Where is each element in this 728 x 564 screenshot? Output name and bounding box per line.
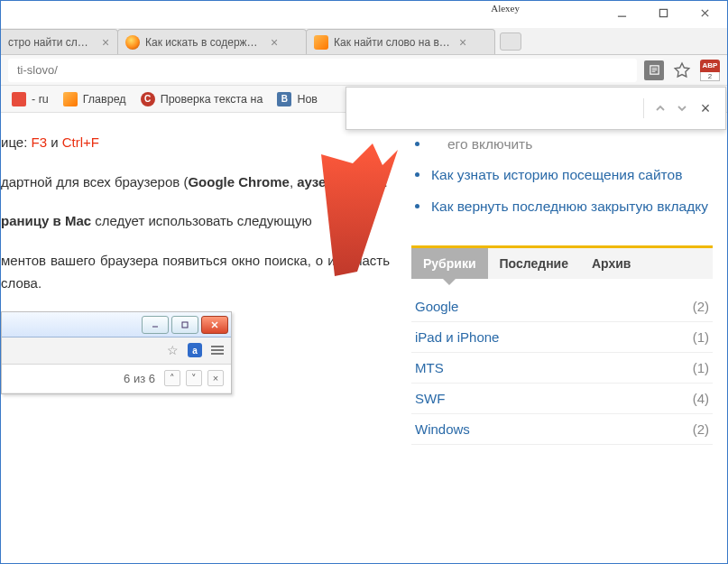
bookmark-star-icon[interactable] (673, 61, 691, 79)
mini-star-icon: ☆ (167, 343, 179, 357)
site-favicon (314, 35, 328, 50)
mini-window-titlebar (2, 312, 231, 337)
bookmark-favicon (63, 92, 78, 106)
tab-close-icon[interactable]: × (99, 36, 112, 49)
bookmark-label: - ru (32, 93, 49, 106)
article-main: ице: F3 и Ctrl+F дартной для всех браузе… (1, 113, 401, 563)
find-next-button[interactable] (671, 97, 693, 119)
url-text: ti-slovo/ (17, 63, 58, 77)
browser-tab[interactable]: стро найти сло… × (1, 29, 118, 54)
adblock-icon[interactable]: ABP 2 (700, 60, 720, 81)
window-titlebar: Alexey (1, 1, 727, 28)
category-count: (1) (693, 360, 709, 375)
category-link[interactable]: iPad и iPhone (415, 329, 499, 345)
sidebar-cut-text: его включить (411, 129, 713, 160)
bookmark-item[interactable]: - ru (6, 89, 54, 109)
related-link[interactable]: Как узнать историю посещения сайтов (431, 167, 682, 182)
reader-mode-icon[interactable] (644, 60, 664, 80)
tab-title: Как искать в содержи… (145, 36, 263, 49)
tab-title: стро найти сло… (8, 36, 94, 49)
mini-hamburger-icon (211, 346, 224, 355)
bookmark-favicon: C (141, 92, 155, 106)
sidebar: его включить Как узнать историю посещени… (401, 113, 727, 563)
category-item: iPad и iPhone(1) (411, 322, 713, 353)
category-link[interactable]: MTS (415, 360, 444, 375)
bookmark-favicon (12, 92, 26, 106)
category-count: (2) (693, 299, 709, 314)
browser-tab[interactable]: Как найти слово на ве… × (306, 29, 495, 54)
category-link[interactable]: Windows (415, 421, 470, 437)
mini-find-next-icon: ˅ (186, 370, 202, 386)
svg-rect-10 (182, 322, 188, 328)
sidebar-tabs-header: Рубрики Последние Архив (411, 248, 713, 279)
embedded-screenshot: ☆ a 6 из 6 ˄ ˅ × (1, 311, 232, 394)
article-line: раницу в Mac следует использовать следую… (1, 209, 390, 233)
address-bar: ti-slovo/ ABP 2 (1, 55, 727, 86)
window-close-button[interactable] (684, 1, 725, 24)
category-count: (1) (693, 329, 709, 345)
mini-find-count: 6 из 6 (124, 372, 155, 385)
find-input[interactable] (359, 101, 638, 116)
related-link-item: Как узнать историю посещения сайтов (411, 160, 713, 190)
profile-user-label[interactable]: Alexey (491, 1, 520, 14)
category-link[interactable]: Google (415, 299, 458, 314)
svg-rect-1 (659, 9, 667, 16)
category-item: MTS(1) (411, 353, 713, 384)
bookmark-item[interactable]: C Проверка текста на (135, 89, 269, 109)
window-maximize-button[interactable] (642, 1, 684, 24)
url-input[interactable]: ti-slovo/ (8, 59, 637, 82)
tab-close-icon[interactable]: × (456, 36, 469, 49)
related-link[interactable]: Как вернуть последнюю закрытую вкладку (431, 199, 708, 214)
browser-tab[interactable]: Как искать в содержи… × (117, 29, 307, 54)
bookmark-item[interactable]: Главред (58, 89, 132, 109)
bookmark-label: Нов (297, 93, 318, 106)
find-in-page-bar: × (346, 87, 726, 130)
related-link-item: Как вернуть последнюю закрытую вкладку (411, 191, 713, 222)
category-list: Google(2) iPad и iPhone(1) MTS(1) SWF(4)… (411, 279, 713, 445)
sidebar-tab-rubrics[interactable]: Рубрики (411, 248, 488, 279)
firefox-icon (125, 35, 140, 50)
mini-find-prev-icon: ˄ (164, 370, 180, 386)
tab-title: Как найти слово на ве… (334, 36, 451, 49)
bookmark-favicon: B (277, 92, 291, 106)
related-links-list: его включить Как узнать историю посещени… (411, 129, 713, 222)
sidebar-tab-archive[interactable]: Архив (580, 248, 642, 279)
window-minimize-button[interactable] (601, 1, 642, 24)
article-line: дартной для всех браузеров (Google Chrom… (1, 171, 390, 194)
abp-badge-count: 2 (700, 72, 720, 81)
mini-findbar: 6 из 6 ˄ ˅ × (2, 365, 231, 393)
category-count: (4) (693, 391, 709, 406)
mini-extension-icon: a (188, 343, 202, 357)
mini-minimize-icon (142, 316, 169, 334)
mini-find-close-icon: × (207, 370, 224, 386)
mini-address-bar: ☆ a (2, 337, 231, 365)
separator (643, 98, 644, 118)
find-close-button[interactable]: × (693, 97, 718, 119)
bookmark-label: Главред (83, 93, 126, 106)
page-content: ице: F3 и Ctrl+F дартной для всех браузе… (1, 113, 727, 563)
mini-close-icon (201, 316, 228, 334)
category-count: (2) (693, 421, 709, 437)
new-tab-button[interactable] (500, 32, 521, 51)
mini-maximize-icon (171, 316, 198, 334)
tab-close-icon[interactable]: × (268, 36, 281, 49)
article-line: ице: F3 и Ctrl+F (1, 131, 390, 154)
browser-tabstrip: стро найти сло… × Как искать в содержи… … (1, 28, 727, 55)
sidebar-tabs-widget: Рубрики Последние Архив Google(2) iPad и… (411, 245, 713, 445)
category-item: SWF(4) (411, 384, 713, 414)
abp-label: ABP (700, 60, 720, 72)
category-link[interactable]: SWF (415, 391, 445, 406)
category-item: Google(2) (411, 291, 713, 322)
find-prev-button[interactable] (650, 97, 671, 119)
sidebar-tab-recent[interactable]: Последние (488, 248, 580, 279)
bookmark-item[interactable]: B Нов (272, 89, 323, 109)
article-line: ментов вашего браузера появиться окно по… (1, 249, 390, 295)
category-item: Windows(2) (411, 414, 713, 445)
bookmark-label: Проверка текста на (161, 93, 263, 106)
